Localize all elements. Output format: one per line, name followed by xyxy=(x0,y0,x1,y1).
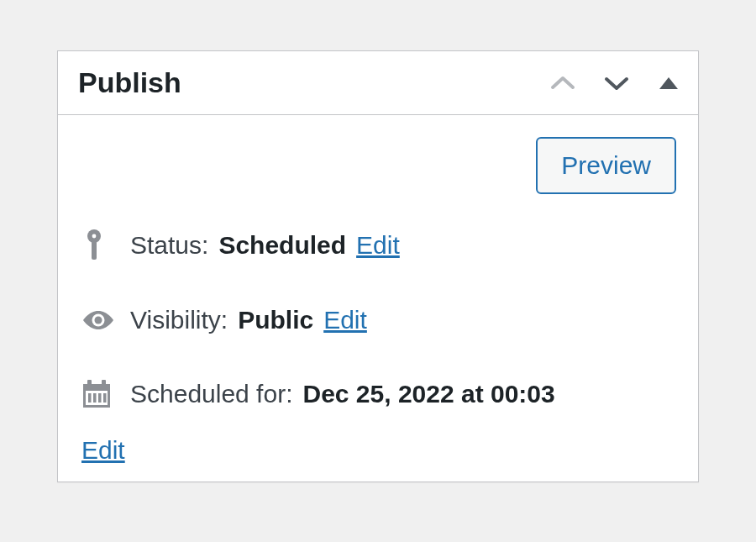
svg-rect-10 xyxy=(88,393,92,403)
publish-meta-section: Status: Scheduled Edit Visibility: Publi… xyxy=(80,226,676,470)
schedule-row: Scheduled for: Dec 25, 2022 at 00:03 Edi… xyxy=(81,375,676,470)
chevron-down-icon xyxy=(604,75,629,92)
schedule-value: Dec 25, 2022 at 00:03 xyxy=(302,375,554,414)
svg-marker-0 xyxy=(659,77,678,89)
status-value: Scheduled xyxy=(218,226,346,266)
metabox-title: Publish xyxy=(78,66,181,99)
metabox-header-actions xyxy=(550,75,680,92)
svg-rect-7 xyxy=(87,380,92,387)
metabox-header: Publish xyxy=(58,51,698,115)
publish-metabox: Publish Preview Status: Scheduled xyxy=(57,50,699,482)
visibility-label: Visibility: xyxy=(130,301,228,340)
preview-button[interactable]: Preview xyxy=(536,137,676,194)
schedule-edit-link[interactable]: Edit xyxy=(81,431,125,471)
toggle-panel-button[interactable] xyxy=(658,76,680,91)
status-edit-link[interactable]: Edit xyxy=(356,226,400,266)
svg-rect-11 xyxy=(93,393,97,403)
eye-icon xyxy=(81,309,120,331)
visibility-row: Visibility: Public Edit xyxy=(81,301,676,340)
preview-row: Preview xyxy=(80,137,676,194)
calendar-icon xyxy=(81,379,120,409)
svg-rect-12 xyxy=(98,393,102,403)
metabox-body: Preview Status: Scheduled Edit Visibilit… xyxy=(58,115,698,481)
status-label: Status: xyxy=(130,226,208,266)
svg-point-2 xyxy=(92,234,97,239)
schedule-label: Scheduled for: xyxy=(130,375,292,414)
status-row: Status: Scheduled Edit xyxy=(81,226,676,266)
svg-rect-13 xyxy=(103,393,107,403)
triangle-up-icon xyxy=(658,76,680,91)
visibility-value: Public xyxy=(238,301,313,340)
svg-rect-3 xyxy=(92,241,97,260)
move-up-button[interactable] xyxy=(550,75,575,92)
key-icon xyxy=(81,228,120,263)
move-down-button[interactable] xyxy=(604,75,629,92)
visibility-edit-link[interactable]: Edit xyxy=(323,301,367,340)
svg-rect-8 xyxy=(102,380,106,387)
chevron-up-icon xyxy=(550,75,575,92)
svg-point-5 xyxy=(95,316,102,324)
